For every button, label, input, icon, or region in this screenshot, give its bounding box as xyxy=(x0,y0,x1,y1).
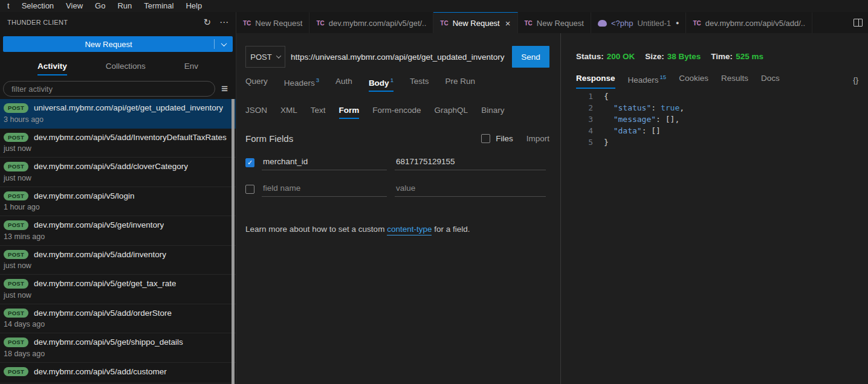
activity-item[interactable]: POST dev.mybmr.com/api/v5/add/customer xyxy=(0,363,236,384)
method-badge: POST xyxy=(4,103,28,113)
menu-item[interactable]: t xyxy=(1,0,16,12)
field-name-input[interactable]: merchant_id xyxy=(262,156,387,170)
method-badge: POST xyxy=(4,250,28,260)
sidebar-title: THUNDER CLIENT xyxy=(7,19,195,26)
activity-item[interactable]: POST dev.mybmr.com/api/v5/get/inventory … xyxy=(0,216,236,246)
collapse-menu-icon[interactable]: ≡ xyxy=(215,82,233,95)
field-checkbox[interactable] xyxy=(245,185,254,194)
request-tab[interactable]: Auth xyxy=(335,77,352,92)
response-tab[interactable]: Results xyxy=(721,74,748,89)
split-editor-icon[interactable] xyxy=(853,19,863,27)
activity-timestamp: 3 hours ago xyxy=(4,115,231,124)
editor-tab[interactable]: dev.mybmr.com/api/v5/add/.. xyxy=(686,12,812,33)
editor-tab-bar: New Request dev.mybmr.com/api/v5/get/.. xyxy=(236,12,868,33)
time-value: 525 ms xyxy=(736,52,763,61)
line-number: 2 xyxy=(576,103,593,112)
request-tab[interactable]: Tests xyxy=(410,77,429,92)
response-tab[interactable]: Cookies xyxy=(679,74,708,89)
request-tab[interactable]: Query xyxy=(245,77,268,92)
activity-url: dev.mybmr.com/api/v5/get/inventory xyxy=(34,220,164,229)
learn-more-text: Learn more about how to set a custom con… xyxy=(245,225,549,234)
activity-url: dev.mybmr.com/api/v5/add/customer xyxy=(34,367,167,376)
import-button[interactable]: Import xyxy=(526,134,549,143)
activity-timestamp: 18 days ago xyxy=(4,350,231,358)
more-actions-icon[interactable]: ⋯ xyxy=(219,17,228,28)
menu-item[interactable]: Go xyxy=(89,0,111,12)
send-button[interactable]: Send xyxy=(512,46,549,68)
activity-url: dev.mybmr.com/api/v5/add/inventory xyxy=(34,250,166,259)
chevron-down-icon xyxy=(276,53,280,58)
editor-tab[interactable]: <?php Untitled-1 ● xyxy=(591,12,687,33)
response-tab[interactable]: Docs xyxy=(761,74,780,89)
files-label[interactable]: Files xyxy=(496,134,513,143)
response-status-bar: Status: 200 OK Size: 38 Bytes Time: 525 … xyxy=(576,52,868,61)
editor-tab[interactable]: dev.mybmr.com/api/v5/get/.. xyxy=(309,12,433,33)
activity-item[interactable]: POST universal.mybmr.com/api/get/get_upd… xyxy=(0,99,236,129)
new-request-button[interactable]: New Request xyxy=(3,36,233,52)
body-type-tab[interactable]: XML xyxy=(280,106,297,119)
sidebar-tab[interactable]: Collections xyxy=(106,62,146,73)
code-line: 4 "data": [] xyxy=(576,125,868,136)
files-checkbox[interactable] xyxy=(481,134,490,143)
request-tab[interactable]: Pre Run xyxy=(445,77,475,92)
filter-activity-input[interactable]: filter activity xyxy=(3,81,215,97)
activity-item[interactable]: POST dev.mybmr.com/api/v5/add/orderStore… xyxy=(0,304,236,334)
field-name-input[interactable]: field name xyxy=(262,182,387,197)
tab-label: dev.mybmr.com/api/v5/get/.. xyxy=(329,19,427,28)
new-request-label: New Request xyxy=(3,40,214,49)
field-value-input[interactable]: 6817175129155 xyxy=(395,156,546,170)
activity-item[interactable]: POST dev.mybmr.com/api/v5/add/InventoryD… xyxy=(0,129,236,158)
line-number: 3 xyxy=(576,115,593,124)
activity-timestamp: just now xyxy=(4,291,231,299)
menu-item[interactable]: Run xyxy=(111,0,138,12)
response-tab[interactable]: Response xyxy=(576,74,615,89)
editor-tab[interactable]: New Request xyxy=(236,12,309,33)
activity-url: dev.mybmr.com/api/v5/login xyxy=(34,191,134,200)
activity-item[interactable]: POST dev.mybmr.com/api/v5/get/get_tax_ra… xyxy=(0,275,236,304)
activity-url: dev.mybmr.com/api/v5/add/cloverCategory xyxy=(34,162,188,171)
request-url-input[interactable]: https://universal.mybmr.com/api/get/get_… xyxy=(285,46,512,68)
body-type-tab[interactable]: Form xyxy=(339,106,360,119)
editor-tab[interactable]: New Request xyxy=(518,12,591,33)
body-type-tab[interactable]: GraphQL xyxy=(435,106,468,119)
activity-item[interactable]: POST dev.mybmr.com/api/v5/get/shippo_det… xyxy=(0,333,236,363)
body-type-tab[interactable]: Form-encode xyxy=(372,106,421,119)
editor-tab[interactable]: New Request × xyxy=(433,12,517,33)
body-type-tab[interactable]: JSON xyxy=(245,106,267,119)
tab-icon xyxy=(243,20,251,27)
sidebar-tab[interactable]: Env xyxy=(184,62,198,73)
menu-item[interactable]: Help xyxy=(180,0,208,12)
content-type-link[interactable]: content-type xyxy=(387,225,432,235)
line-number: 1 xyxy=(576,92,593,101)
activity-item[interactable]: POST dev.mybmr.com/api/v5/add/inventory … xyxy=(0,246,236,275)
activity-url: dev.mybmr.com/api/v5/add/orderStore xyxy=(34,309,172,318)
field-checkbox[interactable] xyxy=(245,158,254,167)
tab-label: <?php xyxy=(611,19,633,28)
activity-item[interactable]: POST dev.mybmr.com/api/v5/login 1 hour a… xyxy=(0,187,236,217)
menu-item[interactable]: Terminal xyxy=(138,0,180,12)
activity-item[interactable]: POST dev.mybmr.com/api/v5/add/cloverCate… xyxy=(0,158,236,187)
body-type-tab[interactable]: Binary xyxy=(481,106,504,119)
activity-timestamp: just now xyxy=(4,261,231,270)
form-field-row: field name value xyxy=(245,182,549,197)
body-type-tab[interactable]: Text xyxy=(311,106,326,119)
activity-url: dev.mybmr.com/api/v5/add/InventoryDefaul… xyxy=(34,133,227,142)
activity-scrollbar[interactable] xyxy=(232,99,235,384)
close-tab-icon[interactable]: × xyxy=(505,18,511,28)
method-badge: POST xyxy=(4,279,28,289)
response-tab[interactable]: Headers15 xyxy=(628,74,667,89)
menu-item[interactable]: Selection xyxy=(16,0,60,12)
code-line: 2 "status": true, xyxy=(576,102,868,114)
menu-item[interactable]: View xyxy=(60,0,89,12)
request-tab[interactable]: Body1 xyxy=(369,77,394,92)
http-method-select[interactable]: POST xyxy=(245,46,285,68)
refresh-icon[interactable]: ↻ xyxy=(203,17,211,28)
tab-count-badge: 3 xyxy=(316,77,319,83)
new-request-dropdown[interactable] xyxy=(215,42,233,46)
request-tab[interactable]: Headers3 xyxy=(284,77,319,92)
thunder-client-sidebar: THUNDER CLIENT ↻ ⋯ New Request ActivityC… xyxy=(0,12,236,384)
sidebar-tab[interactable]: Activity xyxy=(37,62,67,73)
field-value-input[interactable]: value xyxy=(395,182,546,197)
tab-count-badge: 15 xyxy=(660,74,667,80)
format-code-icon[interactable]: {} xyxy=(853,75,858,89)
